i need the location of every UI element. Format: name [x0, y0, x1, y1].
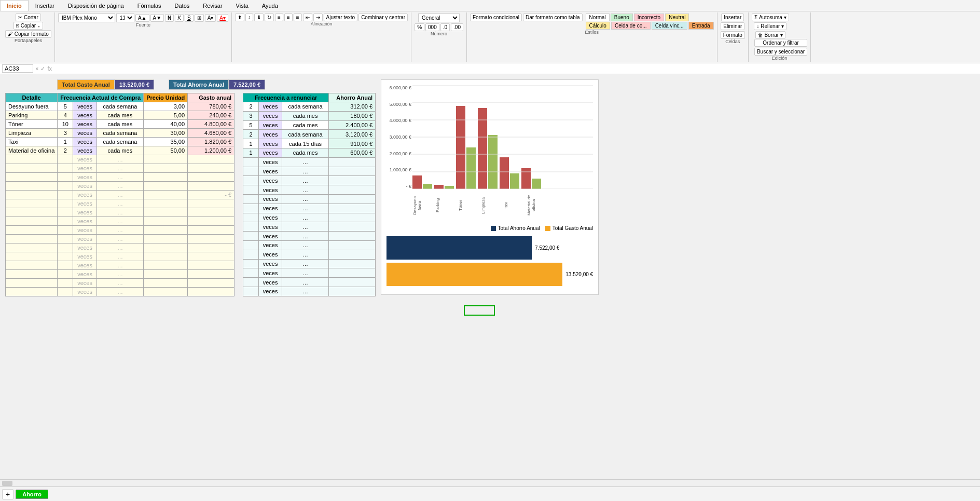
cell-cada-3[interactable]: cada mes: [96, 120, 143, 129]
btn-eliminar[interactable]: Eliminar: [721, 22, 744, 30]
btn-align-right[interactable]: ≡: [294, 13, 302, 21]
cell-veces-5[interactable]: veces: [73, 138, 96, 146]
cell-veces-3[interactable]: veces: [73, 120, 96, 129]
cell-gasto-6[interactable]: 1.200,00 €: [188, 146, 234, 155]
btn-formato-condicional[interactable]: Formato condicional: [470, 13, 522, 21]
cell-detalle-5[interactable]: Taxi: [6, 138, 58, 146]
btn-align-left[interactable]: ≡: [275, 13, 283, 21]
tab-vista[interactable]: Vista: [229, 0, 255, 11]
cell-cada-1[interactable]: cada semana: [96, 102, 143, 111]
btn-align-center[interactable]: ≡: [284, 13, 293, 21]
style-neutral[interactable]: Neutral: [665, 13, 689, 21]
add-sheet-button[interactable]: +: [2, 489, 13, 499]
font-family-select[interactable]: IBM Plex Mono: [58, 13, 115, 22]
btn-decrease-font[interactable]: A▼: [150, 14, 164, 22]
btn-insertar[interactable]: Insertar: [721, 13, 744, 21]
cell-detalle-1[interactable]: Desayuno fuera: [6, 102, 58, 111]
cell-detalle-3[interactable]: Tóner: [6, 120, 58, 129]
cell-gasto-1[interactable]: 780,00 €: [188, 102, 234, 111]
btn-align-bot[interactable]: ⬇: [254, 13, 264, 21]
col-detalle: Detalle: [6, 93, 58, 102]
btn-borrar[interactable]: 🗑 Borrar ▾: [755, 31, 785, 39]
cell-cada-4[interactable]: cada semana: [96, 129, 143, 138]
cell-freq-3[interactable]: 10: [58, 120, 73, 129]
btn-ordenar-filtrar[interactable]: Ordenar y filtrar: [754, 39, 807, 47]
style-entrada[interactable]: Entrada: [688, 22, 714, 30]
btn-formato-tabla[interactable]: Dar formato como tabla: [523, 13, 583, 21]
tab-inicio[interactable]: Inicio: [0, 0, 29, 11]
cell-freq-5[interactable]: 1: [58, 138, 73, 146]
btn-comma[interactable]: 000: [425, 23, 439, 31]
btn-bold[interactable]: N: [165, 14, 174, 22]
font-size-select[interactable]: 11: [116, 13, 134, 22]
btn-fill-color[interactable]: A▾: [205, 14, 216, 22]
btn-align-top[interactable]: ⬆: [235, 13, 244, 21]
cell-cada-5[interactable]: cada semana: [96, 138, 143, 146]
cell-precio-5[interactable]: 35,00: [144, 138, 188, 146]
cell-gasto-2[interactable]: 240,00 €: [188, 111, 234, 120]
style-celda-vinc[interactable]: Celda vinc...: [652, 22, 687, 30]
scroll-thumb[interactable]: [2, 481, 12, 486]
cell-veces-1[interactable]: veces: [73, 102, 96, 111]
btn-autosuma[interactable]: Σ Autosuma ▾: [752, 13, 789, 21]
cell-precio-2[interactable]: 5,00: [144, 111, 188, 120]
tab-revisar[interactable]: Revisar: [196, 0, 229, 11]
tab-ayuda[interactable]: Ayuda: [255, 0, 285, 11]
btn-pct[interactable]: %: [415, 23, 424, 31]
btn-underline[interactable]: S: [185, 14, 194, 22]
btn-dec-dec[interactable]: .00: [451, 23, 463, 31]
cell-veces-6[interactable]: veces: [73, 146, 96, 155]
tab-formulas[interactable]: Fórmulas: [131, 0, 168, 11]
btn-border[interactable]: ⊞: [195, 14, 204, 22]
cell-precio-6[interactable]: 50,00: [144, 146, 188, 155]
selected-cell-indicator[interactable]: [464, 305, 975, 316]
cell-gasto-5[interactable]: 1.820,00 €: [188, 138, 234, 146]
cell-cada-6[interactable]: cada mes: [96, 146, 143, 155]
cell-precio-3[interactable]: 40,00: [144, 120, 188, 129]
btn-wrap-text[interactable]: Ajustar texto: [324, 13, 358, 21]
cell-gasto-3[interactable]: 4.800,00 €: [188, 120, 234, 129]
cell-veces-4[interactable]: veces: [73, 129, 96, 138]
btn-indent-inc[interactable]: ⇥: [313, 13, 323, 21]
cell-cada-2[interactable]: cada mes: [96, 111, 143, 120]
scroll-bar[interactable]: [0, 479, 980, 486]
cell-gasto-4[interactable]: 4.680,00 €: [188, 129, 234, 138]
formula-input[interactable]: [54, 64, 978, 73]
cell-freq-1[interactable]: 5: [58, 102, 73, 111]
btn-rellenar[interactable]: ↓ Rellenar ▾: [754, 22, 786, 30]
btn-copiar-formato[interactable]: 🖌 Copiar formato: [5, 30, 51, 38]
btn-formato[interactable]: Formato: [721, 31, 745, 39]
table-row: Parking 4 veces cada mes 5,00 240,00 €: [6, 111, 234, 120]
cell-precio-4[interactable]: 30,00: [144, 129, 188, 138]
btn-italic[interactable]: K: [175, 14, 184, 22]
btn-indent-dec[interactable]: ⇤: [303, 13, 312, 21]
cell-precio-1[interactable]: 3,00: [144, 102, 188, 111]
tab-disposicion[interactable]: Disposición de página: [61, 0, 131, 11]
btn-copiar[interactable]: ⎘ Copiar ▾: [13, 22, 43, 30]
style-calculo[interactable]: Cálculo: [586, 22, 610, 30]
sheet-tab-ahorro[interactable]: Ahorro: [16, 490, 48, 499]
btn-increase-font[interactable]: A▲: [135, 14, 149, 22]
tab-insertar[interactable]: Insertar: [29, 0, 61, 11]
btn-merge[interactable]: Combinar y centrar: [358, 13, 408, 21]
number-format-select[interactable]: General: [418, 13, 460, 22]
cell-freq-4[interactable]: 3: [58, 129, 73, 138]
btn-rotate[interactable]: ↻: [265, 13, 274, 21]
cell-detalle-6[interactable]: Material de oficina: [6, 146, 58, 155]
style-celda-co[interactable]: Celda de co...: [611, 22, 651, 30]
btn-buscar-seleccionar[interactable]: Buscar y seleccionar: [754, 48, 807, 56]
cell-freq-6[interactable]: 2: [58, 146, 73, 155]
cell-freq-2[interactable]: 4: [58, 111, 73, 120]
btn-align-mid[interactable]: ↕: [245, 13, 253, 21]
btn-cortar[interactable]: ✂ Cortar: [16, 13, 41, 21]
btn-dec-inc[interactable]: .0: [440, 23, 450, 31]
style-bueno[interactable]: Bueno: [611, 13, 633, 21]
style-incorrecto[interactable]: Incorrecto: [634, 13, 664, 21]
cell-veces-2[interactable]: veces: [73, 111, 96, 120]
style-normal[interactable]: Normal: [586, 13, 610, 21]
btn-font-color[interactable]: A▾: [217, 14, 228, 22]
tab-datos[interactable]: Datos: [168, 0, 197, 11]
cell-detalle-2[interactable]: Parking: [6, 111, 58, 120]
cell-reference[interactable]: [2, 64, 33, 73]
cell-detalle-4[interactable]: Limpieza: [6, 129, 58, 138]
